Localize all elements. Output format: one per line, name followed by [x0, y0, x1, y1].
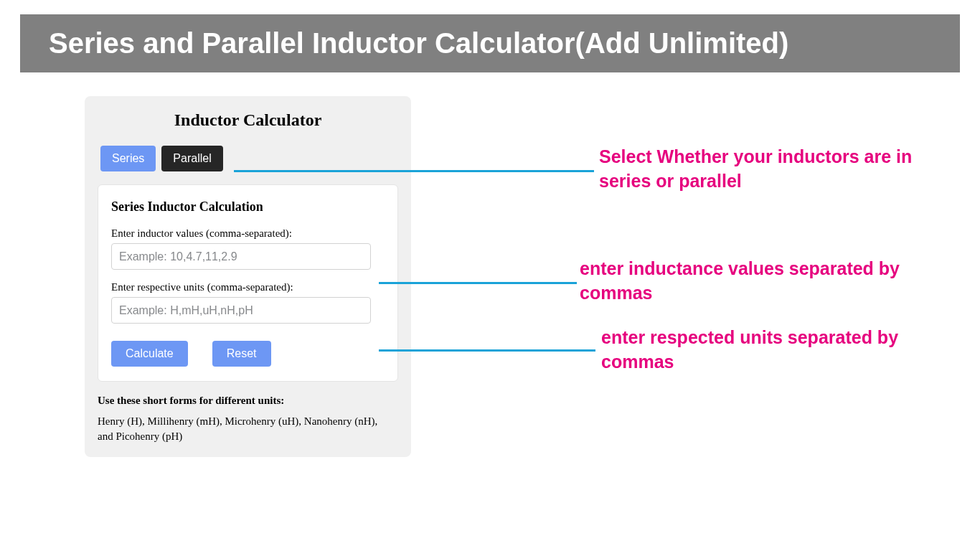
form-card: Series Inductor Calculation Enter induct… — [98, 184, 398, 382]
values-input[interactable] — [111, 243, 371, 270]
connector-line-icon — [234, 170, 594, 172]
page-title: Series and Parallel Inductor Calculator(… — [49, 27, 788, 59]
units-hint-text: Henry (H), Millihenry (mH), Microhenry (… — [98, 414, 392, 444]
button-row: Calculate Reset — [111, 341, 385, 367]
annotation-select-mode: Select Whether your inductors are in ser… — [599, 145, 958, 194]
connector-line-icon — [379, 349, 595, 352]
tab-series[interactable]: Series — [100, 146, 156, 171]
annotation-enter-values: enter inductance values separated by com… — [580, 257, 953, 306]
calculator-title: Inductor Calculator — [98, 110, 398, 130]
values-label: Enter inductor values (comma-separated): — [111, 227, 385, 240]
calculate-button[interactable]: Calculate — [111, 341, 188, 367]
calculator-card: Inductor Calculator Series Parallel Seri… — [85, 96, 411, 457]
tab-row: Series Parallel — [98, 146, 398, 171]
units-input[interactable] — [111, 297, 371, 324]
annotation-enter-units: enter respected units separated by comma… — [601, 326, 960, 375]
reset-button[interactable]: Reset — [212, 341, 271, 367]
tab-parallel[interactable]: Parallel — [161, 146, 222, 171]
units-hint-heading: Use these short forms for different unit… — [98, 395, 398, 407]
units-label: Enter respective units (comma-separated)… — [111, 281, 385, 293]
form-heading: Series Inductor Calculation — [111, 199, 385, 215]
page-banner: Series and Parallel Inductor Calculator(… — [20, 14, 960, 72]
connector-line-icon — [379, 282, 577, 284]
